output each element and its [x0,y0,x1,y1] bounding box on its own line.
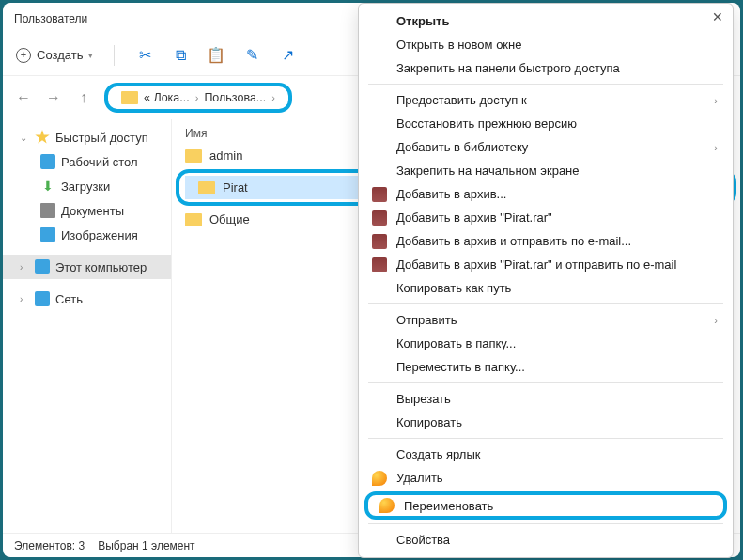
ctx-properties[interactable]: Свойства [359,528,733,552]
chevron-right-icon: › [20,294,29,304]
ctx-send-to[interactable]: Отправить› [359,308,733,332]
share-icon[interactable]: ↗ [278,46,297,65]
folder-icon [198,181,215,194]
separator [114,45,115,66]
breadcrumb-seg1: « Лока... [144,91,190,104]
rar-icon [372,187,387,202]
sidebar-this-pc[interactable]: › Этот компьютер [3,255,171,279]
folder-icon [185,149,202,163]
context-menu: ✕ Открыть Открыть в новом окне Закрепить… [358,3,734,558]
sidebar-desktop[interactable]: Рабочий стол [3,149,171,174]
plus-icon: + [16,48,31,63]
sidebar-downloads[interactable]: ⬇ Загрузки [3,174,171,198]
folder-icon [121,91,138,104]
ctx-give-access[interactable]: Предоставить доступ к› [359,88,733,112]
ctx-rename[interactable]: Переименовать [368,495,723,516]
window-title: Пользователи [14,12,87,25]
ctx-delete[interactable]: Удалить [359,466,733,490]
status-count: Элементов: 3 [14,539,85,552]
sidebar: ⌄ Быстрый доступ Рабочий стол ⬇ Загрузки… [3,119,172,533]
document-icon [40,203,55,218]
status-selected: Выбран 1 элемент [98,539,194,552]
separator [368,523,723,524]
chevron-right-icon: › [714,315,718,326]
image-icon [40,227,55,242]
ctx-add-archive[interactable]: Добавить в архив... [359,182,733,206]
separator [368,303,723,304]
chevron-right-icon: › [714,95,718,106]
copy-icon[interactable]: ⧉ [171,46,190,65]
chevron-down-icon: ⌄ [20,132,29,143]
separator [368,84,723,85]
back-button[interactable]: ← [14,88,33,107]
chevron-down-icon: ▾ [88,51,93,60]
ctx-add-rar[interactable]: Добавить в архив "Pirat.rar" [359,206,733,229]
ctx-copy-path[interactable]: Копировать как путь [359,276,733,300]
paste-icon[interactable]: 📋 [207,46,225,65]
pc-icon [35,259,50,274]
ctx-shortcut[interactable]: Создать ярлык [359,443,733,466]
ctx-open[interactable]: Открыть [359,9,733,33]
rename-icon[interactable]: ✎ [242,46,261,65]
shield-icon [372,471,387,486]
chevron-right-icon: › [20,262,29,272]
cut-icon[interactable]: ✂ [135,46,154,65]
highlight-rename: Переименовать [364,491,727,520]
sidebar-quick-access[interactable]: ⌄ Быстрый доступ [3,125,171,149]
separator [368,382,723,383]
breadcrumb[interactable]: « Лока... › Пользова... › [104,83,292,113]
ctx-pin-start[interactable]: Закрепить на начальном экране [359,159,733,182]
desktop-icon [40,154,55,169]
rar-icon [372,210,387,226]
shield-icon [379,498,395,513]
rar-icon [372,234,387,249]
new-button[interactable]: + Создать ▾ [16,48,93,63]
folder-icon [185,213,202,226]
new-label: Создать [37,48,83,62]
chevron-right-icon: › [271,92,275,103]
up-button[interactable]: ↑ [74,88,93,107]
ctx-pin-quick[interactable]: Закрепить на панели быстрого доступа [359,56,733,80]
star-icon [35,130,50,145]
forward-button[interactable]: → [44,88,63,107]
ctx-add-rar-email[interactable]: Добавить в архив "Pirat.rar" и отправить… [359,253,733,276]
breadcrumb-seg2: Пользова... [204,91,266,104]
sidebar-network[interactable]: › Сеть [3,287,171,311]
sidebar-pictures[interactable]: Изображения [3,223,171,247]
chevron-right-icon: › [195,92,199,103]
rar-icon [372,257,387,272]
chevron-right-icon: › [714,142,718,153]
separator [368,438,723,439]
download-icon: ⬇ [40,179,55,194]
ctx-move-folder[interactable]: Переместить в папку... [359,355,733,379]
ctx-add-email[interactable]: Добавить в архив и отправить по e-mail..… [359,229,733,253]
ctx-open-new[interactable]: Открыть в новом окне [359,33,733,56]
ctx-add-library[interactable]: Добавить в библиотеку› [359,135,733,159]
ctx-copy-folder[interactable]: Копировать в папку... [359,332,733,355]
ctx-cut[interactable]: Вырезать [359,387,733,411]
network-icon [35,291,50,306]
ctx-copy[interactable]: Копировать [359,411,733,434]
sidebar-documents[interactable]: Документы [3,198,171,223]
ctx-restore[interactable]: Восстановить прежнюю версию [359,112,733,135]
